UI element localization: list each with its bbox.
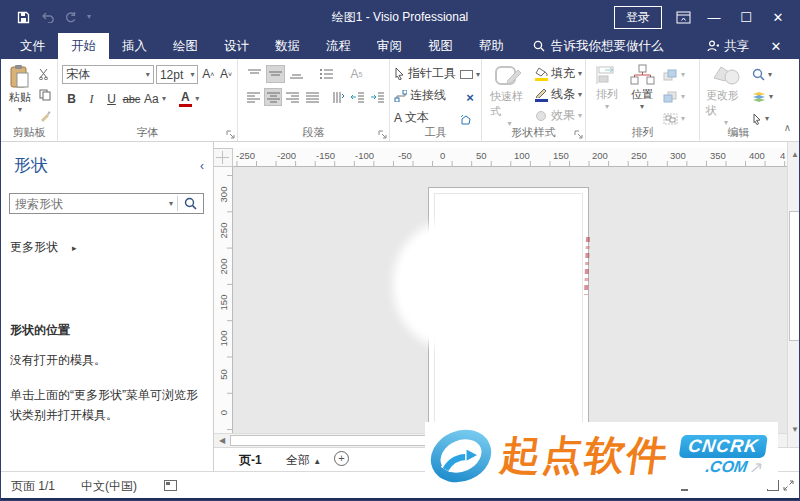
align-middle-icon[interactable]	[266, 65, 285, 83]
tab-design[interactable]: 设计	[211, 33, 262, 59]
font-name-combo[interactable]: 宋体▾	[62, 65, 154, 84]
shapes-search-input[interactable]	[10, 197, 165, 211]
copy-icon[interactable]	[35, 86, 54, 104]
shapes-location-heading: 形状的位置	[10, 322, 70, 339]
tab-process[interactable]: 流程	[313, 33, 364, 59]
text-size-icon[interactable]: A5	[347, 65, 366, 83]
text-direction-icon[interactable]	[330, 88, 347, 106]
sign-in-button[interactable]: 登录	[614, 6, 662, 29]
tab-view[interactable]: 视图	[415, 33, 466, 59]
shape-styles-dialog-launcher-icon[interactable]	[574, 130, 583, 139]
bring-forward-icon[interactable]: ▾	[663, 65, 685, 84]
format-painter-icon[interactable]	[35, 107, 54, 125]
collapse-panel-icon[interactable]: ‹	[200, 159, 204, 173]
pointer-tool-button[interactable]: 指针工具	[394, 64, 456, 83]
tab-insert[interactable]: 插入	[109, 33, 160, 59]
group-font: 宋体▾ 12pt▾ A˄ A˅ B I U abc Aa ▾ A ▾ 字体	[58, 59, 238, 141]
cut-icon[interactable]	[35, 65, 54, 83]
status-page-indicator[interactable]: 页面 1/1	[11, 478, 55, 495]
strikethrough-button[interactable]: abc	[122, 90, 141, 108]
line-button[interactable]: 线条▾	[535, 85, 582, 104]
bullets-icon[interactable]	[317, 65, 336, 83]
bold-button[interactable]: B	[62, 90, 81, 108]
ribbon-display-options-icon[interactable]	[676, 11, 691, 24]
drawing-canvas[interactable]	[233, 167, 787, 433]
tab-review[interactable]: 审阅	[364, 33, 415, 59]
share-button[interactable]: 共享	[707, 38, 749, 55]
site-watermark: 起点软件 CNCRK .COM	[425, 422, 778, 489]
page-tab[interactable]: 页-1	[239, 452, 262, 469]
close-button[interactable]: ✕	[769, 10, 787, 25]
align-bottom-icon[interactable]	[287, 65, 306, 83]
scroll-down-icon[interactable]: ▼	[789, 423, 800, 437]
full-screen-icon[interactable]	[783, 480, 794, 491]
maximize-button[interactable]: ☐	[737, 10, 755, 25]
ribbon: 粘贴 ▾ 剪贴板 宋体▾ 12pt▾ A˄ A˅ B I	[1, 59, 799, 142]
find-icon[interactable]: ▾	[752, 65, 773, 84]
font-dialog-launcher-icon[interactable]	[226, 130, 235, 139]
horizontal-ruler: -250-200 -150-100 -500 50100 150200 2503…	[233, 148, 787, 167]
connection-point-tool-button[interactable]: ×	[460, 88, 480, 107]
align-left-icon[interactable]	[245, 88, 262, 106]
all-pages-button[interactable]: 全部 ▲	[286, 452, 321, 469]
collapse-ribbon-icon[interactable]: ∧	[784, 122, 791, 133]
tab-file[interactable]: 文件	[7, 33, 58, 59]
redo-icon[interactable]	[64, 11, 77, 24]
change-case-button[interactable]: Aa ▾	[142, 90, 168, 108]
effects-button[interactable]: 效果▾	[535, 106, 582, 125]
search-magnifier-icon[interactable]	[178, 197, 203, 210]
align-top-icon[interactable]	[245, 65, 264, 83]
close-document-icon[interactable]: ✕	[767, 39, 785, 54]
layers-icon[interactable]: ▾	[752, 87, 773, 106]
watermark-brand-text: 起点软件	[497, 428, 673, 483]
increase-indent-icon[interactable]	[369, 88, 386, 106]
more-shapes-hint-text: 单击上面的“更多形状”菜单可浏览形状类别并打开模具。	[10, 386, 206, 426]
font-size-combo[interactable]: 12pt▾	[156, 65, 199, 84]
person-icon	[707, 40, 719, 52]
shrink-font-icon[interactable]: A˅	[218, 65, 234, 83]
connector-tool-button[interactable]: 连接线	[394, 86, 456, 105]
minimize-button[interactable]: —	[705, 10, 723, 25]
italic-button[interactable]: I	[82, 90, 101, 108]
qat-customize-icon[interactable]: ▾	[87, 13, 91, 21]
change-shape-button[interactable]: 更改形状 ▾	[706, 64, 746, 128]
align-right-icon[interactable]	[284, 88, 301, 106]
search-scope-caret-icon[interactable]: ▾	[165, 200, 177, 208]
macro-record-icon[interactable]	[164, 480, 177, 491]
paste-button[interactable]: 粘贴 ▾	[5, 62, 35, 125]
add-page-icon[interactable]: +	[334, 451, 349, 466]
rectangle-tool-button[interactable]: ▾	[460, 65, 480, 84]
vertical-scrollbar[interactable]: ▲ ▼	[787, 142, 800, 447]
vertical-scroll-thumb[interactable]	[789, 211, 800, 341]
scroll-left-icon[interactable]: ◀	[215, 434, 229, 447]
tell-me-box[interactable]: 告诉我你想要做什么	[533, 33, 664, 59]
align-button[interactable]: 排列 ▾	[593, 64, 621, 128]
no-stencils-text: 没有打开的模具。	[10, 352, 106, 369]
fill-button[interactable]: 填充▾	[535, 64, 582, 83]
watermark-domain: .COM	[704, 458, 748, 476]
underline-button[interactable]: U	[102, 90, 121, 108]
quick-styles-button[interactable]: 快速样式 ▾	[490, 64, 529, 128]
watermark-badge: CNCRK	[679, 435, 768, 458]
group-arrange: 排列 ▾ 位置 ▾ ▾ ▾ ▾ 排列	[586, 59, 700, 141]
group-clipboard: 粘贴 ▾ 剪贴板	[1, 59, 58, 141]
scroll-up-icon[interactable]: ▲	[789, 148, 800, 162]
grow-font-icon[interactable]: A˄	[200, 65, 216, 83]
group-shape-styles: 快速样式 ▾ 填充▾ 线条▾ 效果▾	[482, 59, 586, 141]
undo-icon[interactable]	[40, 11, 54, 23]
tab-data[interactable]: 数据	[262, 33, 313, 59]
justify-icon[interactable]	[304, 88, 321, 106]
font-color-button[interactable]: A ▾	[176, 90, 202, 108]
tab-help[interactable]: 帮助	[466, 33, 517, 59]
shapes-search-box: ▾	[9, 193, 204, 214]
tab-draw[interactable]: 绘图	[160, 33, 211, 59]
decrease-indent-icon[interactable]	[349, 88, 366, 106]
paragraph-dialog-launcher-icon[interactable]	[378, 130, 387, 139]
save-icon[interactable]	[17, 11, 30, 24]
status-language[interactable]: 中文(中国)	[81, 478, 137, 495]
more-shapes-button[interactable]: 更多形状▸	[10, 239, 77, 256]
align-center-icon[interactable]	[264, 88, 282, 106]
send-backward-icon[interactable]: ▾	[663, 87, 685, 106]
tab-home[interactable]: 开始	[58, 33, 109, 59]
position-button[interactable]: 位置 ▾	[628, 64, 656, 128]
